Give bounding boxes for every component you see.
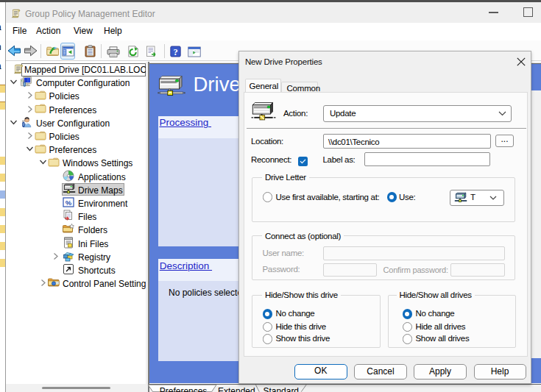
svg-text:Extended: Extended — [218, 386, 255, 392]
svg-text:Standard: Standard — [263, 386, 299, 392]
svg-text:Preferences: Preferences — [160, 386, 208, 392]
